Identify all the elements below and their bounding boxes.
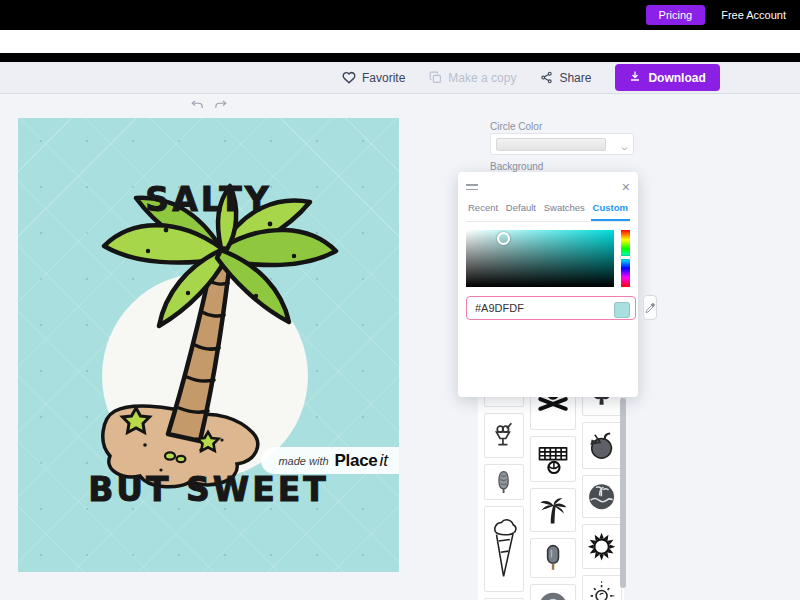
download-label: Download — [648, 71, 705, 85]
tab-recent[interactable]: Recent — [466, 202, 500, 221]
graphic-thumb-coconut-drink[interactable] — [582, 422, 622, 469]
hue-slider[interactable] — [621, 230, 630, 287]
placeit-logo: Place — [335, 451, 378, 471]
design-canvas[interactable]: SALTY BUT SWEET made with Place it — [18, 118, 399, 572]
corn-pop-icon — [488, 468, 519, 496]
badge-prefix: made with — [278, 455, 328, 467]
chevron-down-icon — [620, 139, 629, 157]
circle-color-label: Circle Color — [490, 121, 542, 132]
top-navigation-bar: Pricing Free Account — [0, 0, 800, 30]
island-emblem-icon — [586, 480, 617, 514]
graphic-thumb-corn-pop[interactable] — [484, 464, 524, 500]
graphic-thumb-palm-silhouette[interactable] — [530, 488, 576, 532]
graphic-thumb-island-emblem[interactable] — [582, 475, 622, 518]
tab-swatches[interactable]: Swatches — [542, 202, 587, 221]
hue-slider-cursor[interactable] — [621, 256, 630, 259]
graphic-thumb-ice-cream-cone[interactable] — [484, 506, 524, 592]
graphics-column-3 — [582, 370, 622, 600]
coconut-drink-icon — [586, 427, 617, 464]
circle-color-swatch — [496, 138, 606, 151]
favorite-button[interactable]: Favorite — [342, 71, 405, 85]
made-with-placeit-badge: made with Place it — [261, 447, 399, 474]
make-copy-label: Make a copy — [448, 71, 516, 85]
graphic-thumb-volleyball-net[interactable] — [530, 436, 576, 482]
share-icon — [540, 71, 553, 84]
sun-sketch-icon — [586, 579, 617, 600]
eyedropper-button[interactable] — [643, 295, 657, 320]
copy-icon — [429, 71, 442, 84]
volleyball-net-icon — [535, 441, 571, 477]
download-button[interactable]: Download — [615, 64, 719, 91]
graphic-thumb-sun-solid[interactable] — [582, 524, 622, 569]
color-selector-cursor[interactable] — [497, 232, 510, 245]
favorite-label: Favorite — [362, 71, 405, 85]
share-button[interactable]: Share — [540, 71, 591, 85]
make-copy-button[interactable]: Make a copy — [429, 71, 516, 85]
tab-custom[interactable]: Custom — [591, 202, 630, 221]
download-icon — [629, 70, 641, 85]
design-text-top[interactable]: SALTY — [18, 180, 399, 219]
graphics-column-2 — [530, 362, 576, 600]
current-color-swatch — [614, 302, 630, 318]
popsicle-icon — [535, 542, 571, 573]
pricing-button[interactable]: Pricing — [646, 5, 706, 25]
editor-toolbar: Favorite Make a copy Share Download — [0, 62, 800, 94]
background-label: Background — [490, 161, 543, 172]
hex-color-input[interactable] — [466, 296, 636, 320]
undo-button[interactable] — [190, 98, 205, 116]
palm-silhouette-icon — [535, 493, 571, 527]
graphic-thumb-sundae[interactable] — [484, 413, 524, 458]
saturation-value-area[interactable] — [466, 230, 614, 287]
heart-icon — [342, 71, 356, 84]
graphic-thumb-sun-sketch[interactable] — [582, 575, 622, 600]
panel-scrollbar[interactable] — [620, 398, 626, 588]
share-label: Share — [559, 71, 591, 85]
graphic-thumb-popsicle[interactable] — [530, 538, 576, 578]
divider-bar — [0, 53, 800, 62]
graphic-thumb-bulb-circle[interactable] — [530, 584, 576, 600]
drag-handle-icon[interactable] — [466, 184, 478, 190]
redo-button[interactable] — [213, 98, 228, 116]
sundae-icon — [488, 418, 519, 453]
tab-default[interactable]: Default — [504, 202, 538, 221]
design-text-bottom[interactable]: BUT SWEET — [18, 470, 399, 509]
bulb-circle-icon — [535, 589, 571, 600]
color-picker-tabs: Recent Default Swatches Custom — [466, 202, 630, 222]
placeit-logo-suffix: it — [380, 451, 389, 471]
color-picker-popup: × Recent Default Swatches Custom — [458, 172, 638, 397]
circle-color-dropdown[interactable] — [490, 133, 634, 155]
sun-solid-icon — [586, 529, 617, 564]
ice-cream-cone-icon — [488, 515, 519, 584]
free-account-link[interactable]: Free Account — [721, 9, 786, 21]
close-icon[interactable]: × — [622, 180, 630, 194]
ad-strip — [0, 30, 800, 53]
